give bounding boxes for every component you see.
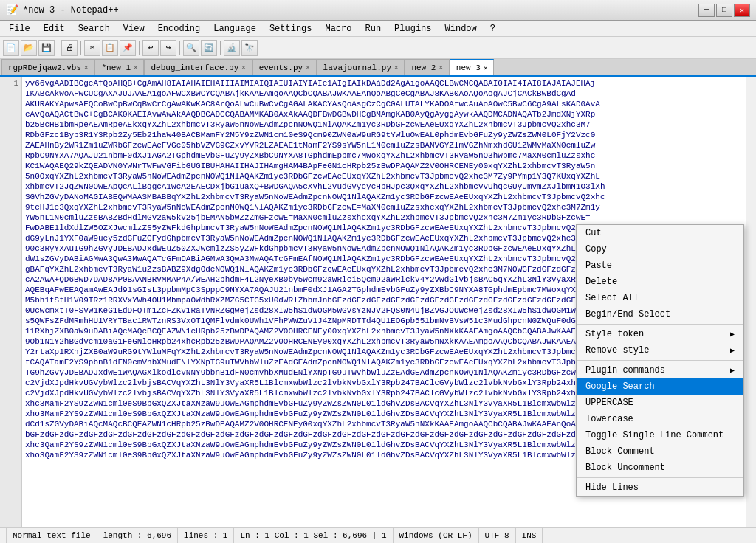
code-line: b25BcHB1bmRpeAEAmRpeAEkxqYXZhL2xhbmcvT3R…	[25, 120, 743, 130]
menu-search[interactable]: Search	[72, 21, 116, 36]
replace-button[interactable]: 🔄	[201, 40, 217, 56]
close-button[interactable]: ✕	[734, 4, 750, 17]
code-line: AKURAKYApwsAEQCoBwCpBwCqBwCrCgAwAKwKAC8A…	[25, 99, 743, 109]
ctx-lowercase-label: lowercase	[585, 414, 633, 424]
menu-language[interactable]: Language	[207, 21, 262, 36]
code-line: RDbGFzc1Byb3R1Y3Rpb2Zy5Eb21haW40BACBMamF…	[25, 130, 743, 140]
tab-close-debug[interactable]: ✕	[241, 63, 245, 72]
status-ins: INS	[516, 528, 543, 543]
menu-settings[interactable]: Settings	[264, 21, 318, 36]
tab-new2[interactable]: new 2 ✕	[405, 59, 449, 75]
undo-button[interactable]: ↩	[142, 40, 159, 56]
menu-encoding[interactable]: Encoding	[152, 21, 207, 36]
menu-plugins[interactable]: Plugins	[388, 21, 437, 36]
find-button[interactable]: 🔍	[183, 40, 199, 56]
tab-debug[interactable]: debug_interface.py ✕	[144, 59, 252, 75]
ctx-toggle-comment-label: Toggle Single Line Comment	[585, 430, 724, 440]
ctx-plugin-commands[interactable]: Plugin commands ▶	[577, 362, 743, 378]
code-line: IKABcAkwoAFwCUCgAXAJUJAAEA1goAFwCXBwCYCQ…	[25, 89, 743, 99]
save-button[interactable]: 💾	[38, 40, 55, 56]
menu-window[interactable]: Window	[439, 21, 483, 36]
menu-view[interactable]: View	[117, 21, 151, 36]
ctx-uppercase[interactable]: UPPERCASE	[577, 395, 743, 411]
line-numbers: 1	[0, 77, 22, 527]
tab-label: rgpRDejqaw2.vbs	[8, 63, 81, 72]
main-area: 1 yv66vgAADIBCgcAfQoAHQB+CgAmAH8IAIAHAIE…	[0, 77, 756, 527]
ctx-google-search-label: Google Search	[585, 381, 655, 392]
tab-close-new1[interactable]: ✕	[134, 63, 137, 72]
menu-macro[interactable]: Macro	[319, 21, 357, 36]
ctx-lowercase[interactable]: lowercase	[577, 411, 743, 427]
menu-run[interactable]: Run	[360, 21, 388, 36]
new-button[interactable]: 📄	[3, 40, 19, 56]
menu-edit[interactable]: Edit	[38, 21, 71, 36]
ctx-cut[interactable]: Cut	[577, 225, 743, 241]
ctx-sep-3	[577, 477, 743, 478]
ctx-style-token[interactable]: Style token ▶	[577, 326, 743, 342]
vertical-scrollbar[interactable]	[746, 77, 756, 527]
tab-label: new 3	[456, 63, 481, 72]
code-line: ZAEAHnBy2WR1Zm1uZWRbGFzcwEAeFVGc05hbVZVG…	[25, 140, 743, 151]
toolbar-sep-2	[80, 41, 81, 55]
open-button[interactable]: 📂	[21, 40, 37, 56]
code-line: KC1WAQAEQ29kZQEADVN0YWNrTWFwVGFibGUGIBUH…	[25, 161, 743, 171]
code-line: YW5nL1N0cmluZzsBABZBdHdlMGV2aW5kV25jbEMA…	[25, 212, 743, 223]
code-line: yv66vgAADIBCgcAfQoAHQB+CgAmAH8IAIAHAIEHA…	[25, 78, 743, 89]
ctx-block-comment[interactable]: Block Comment	[577, 443, 743, 460]
ctx-begin-end-select[interactable]: Begin/End Select	[577, 306, 743, 322]
ctx-select-all[interactable]: Select All	[577, 290, 743, 306]
status-cursor: Ln : 1 Col : 1 Sel : 6,696 | 1	[234, 528, 393, 543]
ctx-hide-lines[interactable]: Hide Lines	[577, 480, 743, 496]
print-button[interactable]: 🖨	[61, 40, 78, 56]
code-line: 5n0OxqYXZhL2xhbmcvT3RyaW5nNoWEAdmZpcnNOW…	[25, 171, 743, 181]
status-file-type: Normal text file	[6, 528, 97, 543]
tab-lava[interactable]: lavajournal.py ✕	[317, 59, 405, 75]
tab-label: new 2	[411, 63, 436, 72]
status-bar: Normal text file length : 6,696 lines : …	[0, 527, 756, 543]
ctx-sep-2	[577, 360, 743, 361]
tab-events[interactable]: events.py ✕	[252, 59, 317, 75]
tab-close-events[interactable]: ✕	[306, 63, 309, 72]
code-line: cAvQoAQACtBwC+CgBCAK0KAEIAvwAwAkAAQDBCAD…	[25, 109, 743, 120]
ctx-toggle-comment[interactable]: Toggle Single Line Comment	[577, 427, 743, 443]
zoom-in-button[interactable]: 🔬	[224, 40, 240, 56]
ctx-copy-label: Copy	[585, 244, 607, 255]
redo-button[interactable]: ↪	[160, 40, 176, 56]
toolbar-sep-1	[58, 41, 58, 55]
ctx-cut-label: Cut	[585, 228, 602, 238]
cut-button[interactable]: ✂	[84, 40, 100, 56]
title-text: *new 3 - Notepad++	[23, 5, 119, 15]
tab-label: lavajournal.py	[323, 63, 391, 72]
tab-rgp[interactable]: rgpRDejqaw2.vbs ✕	[1, 59, 94, 75]
tab-new3[interactable]: new 3 ✕	[450, 59, 494, 75]
zoom-out-button[interactable]: 🔭	[241, 40, 258, 56]
ctx-delete[interactable]: Delete	[577, 274, 743, 290]
ctx-style-token-arrow: ▶	[730, 330, 735, 339]
ctx-paste[interactable]: Paste	[577, 257, 743, 274]
context-menu: Cut Copy Paste Delete Select All Begin/E…	[576, 224, 744, 497]
minimize-button[interactable]: ─	[698, 4, 715, 17]
status-lines: lines : 1	[178, 528, 234, 543]
menu-help[interactable]: ?	[484, 21, 501, 36]
ctx-copy[interactable]: Copy	[577, 241, 743, 257]
ctx-remove-style-label: Remove style	[585, 345, 649, 356]
ctx-remove-style[interactable]: Remove style ▶	[577, 342, 743, 359]
maximize-button[interactable]: □	[716, 4, 732, 17]
ctx-block-comment-label: Block Comment	[585, 446, 655, 457]
ctx-delete-label: Delete	[585, 277, 617, 287]
menu-file[interactable]: File	[3, 21, 36, 36]
copy-button[interactable]: 📋	[102, 40, 118, 56]
tab-close-new3[interactable]: ✕	[484, 64, 487, 72]
paste-button[interactable]: 📌	[120, 40, 136, 56]
ctx-begin-end-label: Begin/End Select	[585, 309, 670, 319]
tab-close-new2[interactable]: ✕	[439, 63, 442, 72]
code-line: 9tcHJ1c3QxqYXZhL2xhbmcvT3RyaW5nNoWEAdmZp…	[25, 202, 743, 212]
ctx-block-uncomment[interactable]: Block Uncomment	[577, 460, 743, 476]
ctx-select-all-label: Select All	[585, 293, 639, 303]
status-length: length : 6,696	[97, 528, 178, 543]
tab-close-lava[interactable]: ✕	[394, 63, 398, 72]
tab-close-rgp[interactable]: ✕	[84, 63, 88, 72]
ctx-google-search[interactable]: Google Search	[577, 378, 743, 395]
code-line: SGVhZGVyDANoMAGIABEQWMAASMBABBqYXZhL2xhb…	[25, 192, 743, 202]
tab-new1[interactable]: *new 1 ✕	[94, 59, 144, 75]
